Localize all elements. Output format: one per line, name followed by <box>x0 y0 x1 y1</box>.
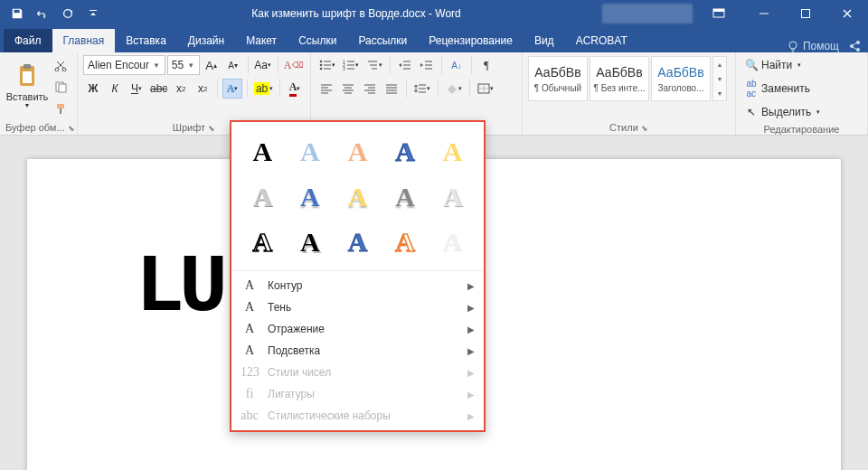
strike-button[interactable]: abc <box>148 79 169 99</box>
align-center-button[interactable] <box>338 79 358 99</box>
minimize-button[interactable] <box>743 0 785 27</box>
increase-indent-button[interactable] <box>417 55 437 75</box>
fx-swatch-11[interactable]: A <box>288 221 333 263</box>
shading-button[interactable]: ▾ <box>443 79 465 99</box>
title-bar: Как изменить шрифт в Ворде.docx - Word <box>0 0 868 27</box>
tell-me[interactable]: Помощ <box>787 40 839 52</box>
fx-swatch-0[interactable]: A <box>241 131 285 173</box>
bold-button[interactable]: Ж <box>83 79 103 99</box>
fx-menu-Лигатуры: fiЛигатуры▶ <box>231 383 484 405</box>
paste-button[interactable]: Вставить ▼ <box>5 55 49 115</box>
fx-menu-Отражение[interactable]: AОтражение▶ <box>231 318 484 340</box>
fx-swatch-7[interactable]: A <box>335 176 380 218</box>
tab-file[interactable]: Файл <box>4 29 52 52</box>
sort-button[interactable]: A↓ <box>447 55 467 75</box>
group-clipboard: Вставить ▼ Буфер обм... ⬊ <box>0 52 78 135</box>
tab-insert[interactable]: Вставка <box>115 29 177 52</box>
borders-button[interactable]: ▾ <box>475 79 496 99</box>
font-color-button[interactable]: A▾ <box>285 79 305 99</box>
tab-view[interactable]: Вид <box>524 29 565 52</box>
chevron-right-icon: ▶ <box>467 390 475 400</box>
chevron-right-icon: ▶ <box>467 368 475 378</box>
highlight-button[interactable]: ab▾ <box>252 79 275 99</box>
show-marks-button[interactable]: ¶ <box>476 55 496 75</box>
fx-swatch-10[interactable]: A <box>241 221 285 263</box>
multilevel-button[interactable]: ▾ <box>363 55 385 75</box>
text-effects-menu: AКонтур▶AТень▶AОтражение▶AПодсветка▶123С… <box>231 270 484 430</box>
fx-swatch-9[interactable]: A <box>430 176 475 218</box>
styles-more[interactable]: ▴▾▾ <box>712 56 727 101</box>
find-button[interactable]: 🔍Найти▾ <box>741 55 862 75</box>
grow-font-button[interactable]: A▴ <box>202 55 222 75</box>
cut-button[interactable] <box>51 55 71 75</box>
format-painter-button[interactable] <box>51 99 71 118</box>
style-heading1[interactable]: АаБбВвЗаголово... <box>651 56 711 101</box>
align-right-button[interactable] <box>360 79 380 99</box>
tab-review[interactable]: Рецензирование <box>418 29 524 52</box>
svg-rect-3 <box>802 10 810 18</box>
fx-menu-Подсветка[interactable]: AПодсветка▶ <box>231 340 484 362</box>
tab-mailings[interactable]: Рассылки <box>347 29 418 52</box>
superscript-button[interactable]: x2 <box>193 79 212 99</box>
fx-menu-icon: A <box>241 343 259 358</box>
select-button[interactable]: ↖Выделить▾ <box>741 102 862 122</box>
text-effects-button[interactable]: A▾ <box>222 79 242 99</box>
line-spacing-button[interactable]: ▾ <box>411 79 433 99</box>
tab-references[interactable]: Ссылки <box>288 29 347 52</box>
redo-button[interactable] <box>56 1 80 26</box>
fx-menu-Тень[interactable]: AТень▶ <box>231 296 484 318</box>
group-editing: 🔍Найти▾ abacЗаменить ↖Выделить▾ Редактир… <box>736 52 868 135</box>
shrink-font-button[interactable]: A▾ <box>223 55 243 75</box>
clear-format-button[interactable]: A⌫ <box>282 55 305 75</box>
svg-point-17 <box>320 64 323 67</box>
change-case-button[interactable]: Aa▾ <box>252 55 272 75</box>
group-styles: АаБбВв¶ Обычный АаБбВв¶ Без инте... АаБб… <box>523 52 736 135</box>
copy-button[interactable] <box>51 77 71 97</box>
numbering-button[interactable]: 123▾ <box>340 55 362 75</box>
undo-button[interactable] <box>31 1 54 26</box>
fx-swatch-13[interactable]: A <box>383 221 428 263</box>
italic-button[interactable]: К <box>105 79 125 99</box>
document-text[interactable]: LU <box>136 242 222 334</box>
underline-button[interactable]: Ч▾ <box>127 79 146 99</box>
align-left-button[interactable] <box>316 79 336 99</box>
fx-swatch-2[interactable]: A <box>335 131 380 173</box>
subscript-button[interactable]: x2 <box>171 79 191 99</box>
font-size-select[interactable]: 55▼ <box>167 55 200 75</box>
tab-home[interactable]: Главная <box>52 29 116 52</box>
fx-swatch-8[interactable]: A <box>383 176 428 218</box>
fx-menu-Контур[interactable]: AКонтур▶ <box>231 275 484 296</box>
styles-gallery: АаБбВв¶ Обычный АаБбВв¶ Без инте... АаБб… <box>528 56 727 101</box>
ribbon-display-button[interactable] <box>698 0 740 27</box>
fx-swatch-12[interactable]: A <box>335 221 380 263</box>
maximize-button[interactable] <box>785 0 826 27</box>
style-normal[interactable]: АаБбВв¶ Обычный <box>528 56 588 101</box>
tab-design[interactable]: Дизайн <box>177 29 235 52</box>
close-button[interactable] <box>826 0 868 27</box>
bullets-button[interactable]: ▾ <box>316 55 338 75</box>
share-icon[interactable] <box>848 40 861 52</box>
account-badge[interactable] <box>602 4 693 24</box>
save-button[interactable] <box>5 1 29 26</box>
search-icon: 🔍 <box>745 59 758 71</box>
style-no-spacing[interactable]: АаБбВв¶ Без инте... <box>590 56 649 101</box>
decrease-indent-button[interactable] <box>395 55 415 75</box>
fx-menu-icon: A <box>241 300 259 315</box>
justify-button[interactable] <box>382 79 401 99</box>
svg-point-18 <box>320 68 323 70</box>
svg-rect-14 <box>59 84 66 92</box>
tab-layout[interactable]: Макет <box>235 29 288 52</box>
svg-point-16 <box>320 61 323 63</box>
replace-button[interactable]: abacЗаменить <box>741 79 862 99</box>
tab-acrobat[interactable]: ACROBAT <box>565 29 638 52</box>
fx-swatch-5[interactable]: A <box>241 176 285 218</box>
svg-text:3: 3 <box>343 66 345 70</box>
svg-rect-2 <box>713 9 724 12</box>
fx-swatch-6[interactable]: A <box>288 176 333 218</box>
font-name-select[interactable]: Alien Encour▼ <box>83 55 165 75</box>
fx-swatch-1[interactable]: A <box>288 131 333 173</box>
fx-swatch-14[interactable]: A <box>430 221 475 263</box>
fx-swatch-4[interactable]: A <box>430 131 475 173</box>
qat-customize-button[interactable] <box>81 1 105 26</box>
fx-swatch-3[interactable]: A <box>383 131 428 173</box>
